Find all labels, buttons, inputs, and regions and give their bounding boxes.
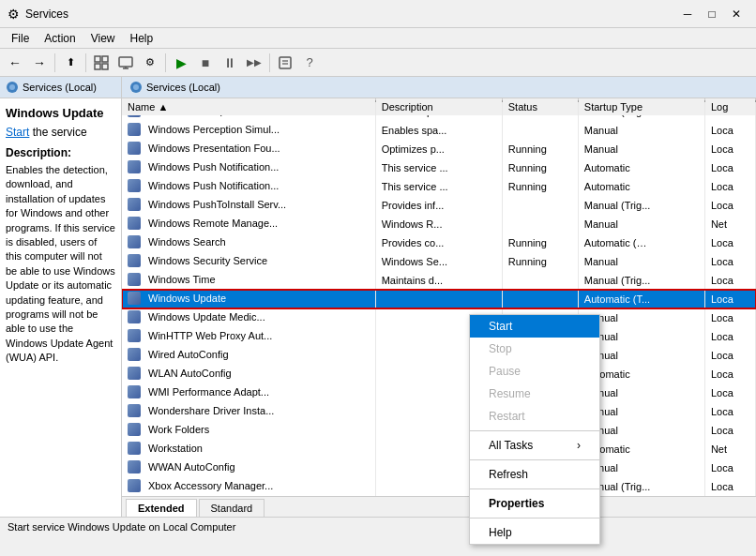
service-log-cell: Loca bbox=[704, 140, 755, 158]
back-button[interactable]: ← bbox=[4, 52, 26, 74]
service-name-cell: Windows Update bbox=[122, 290, 375, 308]
table-header: Name ▲ Description Status Startup Type L… bbox=[122, 98, 756, 101]
close-button[interactable]: ✕ bbox=[724, 5, 748, 23]
table-row[interactable]: Wondershare Driver Insta...ManualLoca bbox=[122, 402, 756, 421]
description-text: Enables the detection, download, and ins… bbox=[6, 163, 115, 365]
service-desc-cell: This service ... bbox=[375, 177, 502, 196]
ctx-all-tasks[interactable]: All Tasks › bbox=[470, 434, 599, 457]
service-name-cell: Windows Push Notification... bbox=[122, 158, 375, 177]
table-row[interactable]: WMI Performance Adapt...ManualLoca bbox=[122, 383, 756, 402]
services-table[interactable]: Name ▲ Description Status Startup Type L… bbox=[122, 98, 756, 496]
menu-file[interactable]: File bbox=[4, 30, 37, 47]
ctx-sep-1 bbox=[470, 430, 599, 431]
toolbar-separator-1 bbox=[54, 53, 55, 72]
service-log-cell: Loca bbox=[704, 346, 755, 365]
tab-extended[interactable]: Extended bbox=[126, 499, 197, 517]
up-button[interactable]: ⬆ bbox=[59, 52, 82, 74]
table-row[interactable]: Windows Presentation Fou...Optimizes p..… bbox=[122, 140, 756, 158]
pause-service-button[interactable]: ⏸ bbox=[219, 52, 241, 74]
ctx-help[interactable]: Help bbox=[470, 521, 599, 544]
service-startup-cell: Automatic (T... bbox=[578, 290, 704, 308]
ctx-pause[interactable]: Pause bbox=[470, 360, 599, 383]
service-log-cell: Loca bbox=[704, 252, 755, 271]
table-row[interactable]: Work FoldersManualLoca bbox=[122, 421, 756, 440]
table-row[interactable]: Windows TimeMaintains d...Manual (Trig..… bbox=[122, 271, 756, 290]
ctx-start[interactable]: Start bbox=[470, 315, 599, 338]
ctx-stop[interactable]: Stop bbox=[470, 338, 599, 360]
service-startup-cell: Automatic bbox=[578, 177, 704, 196]
help-button[interactable]: ? bbox=[298, 52, 321, 74]
service-status-cell bbox=[502, 290, 578, 308]
service-name-cell: Windows Perception Simul... bbox=[122, 121, 375, 140]
left-panel-header: Services (Local) bbox=[0, 77, 121, 98]
service-title: Windows Update bbox=[6, 106, 115, 120]
menu-bar: File Action View Help bbox=[0, 28, 756, 49]
table-row[interactable]: Windows Security ServiceWindows Se...Run… bbox=[122, 252, 756, 271]
table-row[interactable]: Windows Push Notification...This service… bbox=[122, 158, 756, 177]
service-status-cell bbox=[502, 121, 578, 140]
table-row[interactable]: Windows SearchProvides co...RunningAutom… bbox=[122, 233, 756, 252]
gear-button[interactable]: ⚙ bbox=[139, 52, 161, 74]
svg-rect-5 bbox=[280, 57, 291, 68]
menu-help[interactable]: Help bbox=[123, 30, 161, 47]
bottom-tabs: Extended Standard bbox=[122, 496, 756, 517]
start-link-container: Start the service bbox=[6, 126, 115, 139]
table-row[interactable]: Wired AutoConfigManualLoca bbox=[122, 346, 756, 365]
service-status-cell: Running bbox=[502, 233, 578, 252]
tab-standard[interactable]: Standard bbox=[199, 499, 265, 517]
ctx-resume[interactable]: Resume bbox=[470, 383, 599, 405]
right-panel: Services (Local) Name ▲ Description Stat… bbox=[122, 77, 756, 517]
service-log-cell: Loca bbox=[704, 421, 755, 440]
table-row[interactable]: Windows Push Notification...This service… bbox=[122, 177, 756, 196]
table-row[interactable]: Windows Update Medic...ManualLoca bbox=[122, 308, 756, 327]
service-log-cell: Loca bbox=[704, 177, 755, 196]
ctx-properties[interactable]: Properties bbox=[470, 492, 599, 515]
restart-service-button[interactable]: ▶▶ bbox=[243, 52, 265, 74]
toolbar: ← → ⬆ ⚙ ▶ ■ ⏸ ▶▶ ? bbox=[0, 49, 756, 77]
title-bar: ⚙ Services ─ □ ✕ bbox=[0, 0, 756, 28]
ctx-restart[interactable]: Restart bbox=[470, 405, 599, 428]
table-row[interactable]: Windows UpdateAutomatic (T...Loca bbox=[122, 290, 756, 308]
ctx-refresh[interactable]: Refresh bbox=[470, 463, 599, 486]
table-row[interactable]: WWAN AutoConfigManualLoca bbox=[122, 458, 756, 477]
table-row[interactable]: Windows PushToInstall Serv...Provides in… bbox=[122, 196, 756, 215]
table-row[interactable]: Windows Perception Simul...Enables spa..… bbox=[122, 121, 756, 140]
maximize-button[interactable]: □ bbox=[700, 5, 724, 23]
service-startup-cell: Manual bbox=[578, 121, 704, 140]
service-name-cell: WLAN AutoConfig bbox=[122, 365, 375, 383]
service-name-cell: Workstation bbox=[122, 440, 375, 458]
forward-button[interactable]: → bbox=[28, 52, 51, 74]
table-row[interactable]: Windows Remote Manage...Windows R...Manu… bbox=[122, 215, 756, 233]
title-text: Services bbox=[25, 8, 68, 21]
service-name-cell: Windows Presentation Fou... bbox=[122, 140, 375, 158]
menu-action[interactable]: Action bbox=[37, 30, 83, 47]
table-row[interactable]: Xbox Accessory Manager...Manual (Trig...… bbox=[122, 477, 756, 496]
stop-service-button[interactable]: ■ bbox=[194, 52, 217, 74]
computer-button[interactable] bbox=[114, 52, 137, 74]
service-desc-cell bbox=[375, 290, 502, 308]
service-status-cell bbox=[502, 196, 578, 215]
service-status-cell: Running bbox=[502, 252, 578, 271]
table-body: Windows Perception ServiceEnables spa...… bbox=[122, 101, 756, 496]
table-row[interactable]: WorkstationngAutomaticNet bbox=[122, 440, 756, 458]
service-log-cell: Loca bbox=[704, 308, 755, 327]
properties-button[interactable] bbox=[274, 52, 296, 74]
start-service-button[interactable]: ▶ bbox=[170, 52, 192, 74]
col-description: Description bbox=[375, 98, 502, 116]
service-startup-cell: Manual bbox=[578, 140, 704, 158]
start-service-link[interactable]: Start bbox=[6, 126, 29, 139]
table-row[interactable]: WLAN AutoConfigAutomaticLoca bbox=[122, 365, 756, 383]
left-panel: Services (Local) Windows Update Start th… bbox=[0, 77, 122, 517]
service-status-cell: Running bbox=[502, 177, 578, 196]
svg-rect-4 bbox=[119, 57, 132, 67]
show-hide-button[interactable] bbox=[90, 52, 113, 74]
start-suffix: the service bbox=[29, 126, 86, 139]
minimize-button[interactable]: ─ bbox=[675, 5, 700, 23]
table-row[interactable]: WinHTTP Web Proxy Aut...ngManualLoca bbox=[122, 327, 756, 346]
right-panel-title: Services (Local) bbox=[146, 82, 220, 93]
service-desc-cell: Provides inf... bbox=[375, 196, 502, 215]
service-log-cell: Loca bbox=[704, 233, 755, 252]
context-menu: Start Stop Pause Resume Restart All Task… bbox=[469, 314, 600, 545]
menu-view[interactable]: View bbox=[83, 30, 123, 47]
service-name-cell: WWAN AutoConfig bbox=[122, 458, 375, 477]
